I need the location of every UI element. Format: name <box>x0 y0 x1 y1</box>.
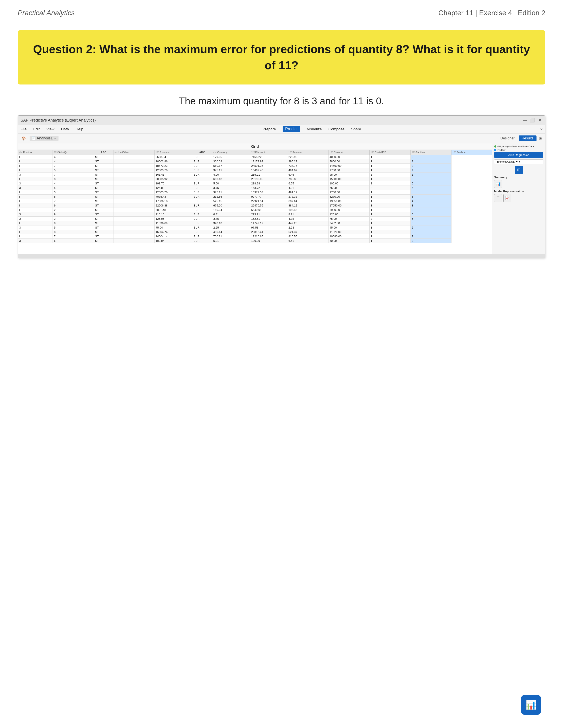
table-cell: 16372.53 <box>250 190 287 194</box>
table-cell: 1 <box>369 221 411 225</box>
table-cell: 9 <box>411 234 451 238</box>
grid-view-icon[interactable]: ⊞ <box>539 136 542 141</box>
menu-edit[interactable]: Edit <box>33 127 39 131</box>
summary-button[interactable]: 📊 <box>494 180 502 188</box>
results-button[interactable]: Results <box>519 135 537 141</box>
table-cell: 3 <box>18 172 53 177</box>
col-revenue2[interactable]: 123 Revenue... <box>287 150 328 155</box>
chapter-info: Chapter 11 | Exercise 4 | Edition 2 <box>439 9 545 17</box>
table-cell: 8 <box>411 208 451 212</box>
model-list-button[interactable]: ☰ <box>494 194 502 202</box>
table-cell: 4 <box>53 155 94 159</box>
minimize-button[interactable]: — <box>522 118 527 123</box>
table-cell: ST <box>94 221 113 225</box>
table-cell: 273.21 <box>250 212 287 216</box>
table-cell: 100.00 <box>328 181 369 186</box>
table-cell: 3 <box>18 186 53 190</box>
table-cell: 1 <box>369 163 411 168</box>
table-cell: 9750.00 <box>328 190 369 194</box>
home-icon[interactable]: 🏠 <box>21 135 27 141</box>
table-cell: 5.01 <box>212 238 250 243</box>
table-cell: 8 <box>411 159 451 163</box>
help-icon[interactable]: ? <box>540 127 542 131</box>
table-cell: ST <box>94 194 113 199</box>
col-costsusd[interactable]: 123 CostsUSD <box>369 150 411 155</box>
table-cell: EUR <box>192 221 212 225</box>
bottom-bar <box>18 254 545 258</box>
grid-data-button[interactable]: ⊞ <box>515 166 523 174</box>
table-cell: 1 <box>369 194 411 199</box>
table-cell: 3.75 <box>212 216 250 221</box>
table-cell <box>113 208 154 212</box>
table-cell: EUR <box>192 216 212 221</box>
table-cell: ST <box>94 181 113 186</box>
table-cell: 16004.74 <box>154 230 192 234</box>
col-salesqu[interactable]: 123 SalesQu... <box>53 150 94 155</box>
table-cell: 14742.12 <box>250 221 287 225</box>
table-cell: 5270.00 <box>328 194 369 199</box>
menu-share[interactable]: Share <box>351 127 361 131</box>
col-revenue[interactable]: 123 Revenue <box>154 150 192 155</box>
menu-file[interactable]: File <box>21 127 26 131</box>
table-cell: 1 <box>369 199 411 203</box>
file1-text: GB_AnalyticsData.xlsx/SalesData... <box>497 145 536 148</box>
table-cell: 4 <box>411 168 451 172</box>
predict-quantity-selector[interactable]: PredictedQuantity ▼ ▾ <box>494 159 543 164</box>
table-cell: 24591.36 <box>250 163 287 168</box>
menu-predict[interactable]: Predict <box>283 126 300 132</box>
table-cell: 1 <box>369 238 411 243</box>
col-predicted[interactable]: 123 Predicte... <box>451 150 492 155</box>
table-cell: 150.04 <box>212 208 250 212</box>
table-row: I9ST22506.88EUR675.2029470.55884.1217550… <box>18 203 492 208</box>
menu-data[interactable]: Data <box>61 127 69 131</box>
table-cell: 5668.34 <box>154 155 192 159</box>
table-cell: 4.91 <box>287 186 328 190</box>
table-cell: 17550.00 <box>328 203 369 208</box>
col-abc2[interactable]: ABC <box>192 150 212 155</box>
table-cell: 18672.22 <box>154 163 192 168</box>
table-cell: 3 <box>369 216 411 221</box>
table-cell: EUR <box>192 159 212 163</box>
col-discount2[interactable]: 123 Discount... <box>328 150 369 155</box>
table-cell: 163.72 <box>250 186 287 190</box>
chart-icon: 📈 <box>505 196 510 200</box>
model-chart-button[interactable]: 📈 <box>503 194 511 202</box>
table-cell: EUR <box>192 181 212 186</box>
table-cell: 2.25 <box>212 225 250 230</box>
table-cell: 7 <box>53 172 94 177</box>
file-tab[interactable]: 📄 Analysis1 ✓ <box>30 136 58 141</box>
menu-help[interactable]: Help <box>75 127 83 131</box>
table-cell: 2 <box>369 186 411 190</box>
table-cell: 7 <box>53 163 94 168</box>
col-partition[interactable]: 123 Partition... <box>411 150 451 155</box>
table-cell: 5 <box>411 155 451 159</box>
list-icon: ☰ <box>497 196 500 200</box>
col-abc1[interactable]: ABC <box>94 150 113 155</box>
menu-view[interactable]: View <box>46 127 55 131</box>
table-cell: ST <box>94 172 113 177</box>
close-button[interactable]: ✕ <box>537 118 542 123</box>
table-cell: 4 <box>53 159 94 163</box>
table-cell: EUR <box>192 208 212 212</box>
table-cell: 212.56 <box>212 194 250 199</box>
table-cell: 12503.70 <box>154 190 192 194</box>
designer-button[interactable]: Designer <box>499 136 516 141</box>
auto-regression-button[interactable]: Auto Regression <box>494 152 543 158</box>
menu-compose[interactable]: Compose <box>328 127 345 131</box>
maximize-button[interactable]: ⬜ <box>530 118 535 123</box>
col-division[interactable]: abc Division <box>18 150 53 155</box>
table-cell: 3 <box>18 216 53 221</box>
table-cell: 2 <box>53 208 94 212</box>
menu-prepare[interactable]: Prepare <box>262 127 276 131</box>
col-currency[interactable]: abc Currency <box>212 150 250 155</box>
summary-icon: 📊 <box>496 182 501 186</box>
table-cell <box>113 234 154 238</box>
table-row: 34ST198.70EUR5.00218.286.55100.0035 <box>18 181 492 186</box>
table-cell: 8 <box>411 238 451 243</box>
col-discount[interactable]: 123 Discount <box>250 150 287 155</box>
menu-visualize[interactable]: Visualize <box>307 127 322 131</box>
question-title: Question 2: What is the maximum error fo… <box>31 41 532 73</box>
col-unitofme[interactable]: abc UnitOfMe... <box>113 150 154 155</box>
table-cell: I <box>18 203 53 208</box>
table-cell <box>411 190 451 194</box>
